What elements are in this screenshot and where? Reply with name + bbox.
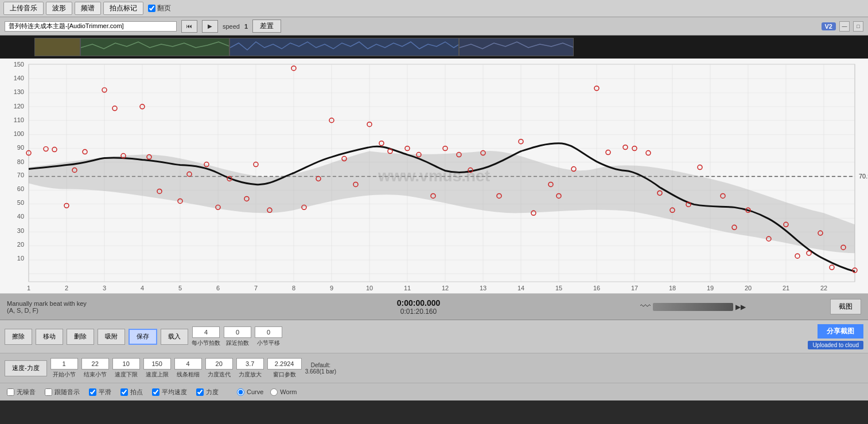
spectrum-button[interactable]: 频谱 <box>75 2 101 15</box>
waveform-segment-green[interactable] <box>80 38 229 56</box>
speed-label: speed <box>223 23 240 30</box>
svg-text:19: 19 <box>707 285 714 291</box>
no-noise-option[interactable]: 无噪音 <box>7 388 36 396</box>
svg-text:10: 10 <box>17 255 24 262</box>
speed-force-button[interactable]: 速度-力度 <box>5 360 47 376</box>
smooth-label: 平滑 <box>99 388 111 396</box>
svg-text:40: 40 <box>17 213 24 220</box>
song-title-input[interactable] <box>5 21 177 32</box>
speed-smooth-group: 20 力度迭代 <box>205 358 233 379</box>
follow-beat-option[interactable]: 跟随音示 <box>45 388 80 396</box>
move-button[interactable]: 移动 <box>36 329 63 345</box>
svg-text:13: 13 <box>480 285 486 291</box>
beat-mark-button[interactable]: 拍点标记 <box>103 2 143 15</box>
speed-value: 1 <box>244 23 248 30</box>
tail-group: 0 小节平移 <box>255 326 282 347</box>
speed-smooth-input[interactable]: 20 <box>205 358 233 369</box>
flip-checkbox-group: 翻页 <box>148 3 171 13</box>
svg-text:20: 20 <box>17 241 24 248</box>
load-button[interactable]: 载入 <box>161 329 188 345</box>
waveform-segment-yellow[interactable] <box>34 38 80 56</box>
version-badge: V2 <box>822 22 836 30</box>
svg-text:15: 15 <box>555 285 562 291</box>
line-thickness-group: 4 线条粗细 <box>174 358 202 379</box>
near-beat-group: 0 踩近拍数 <box>224 326 251 347</box>
max-force-label: 力度放大 <box>239 371 262 379</box>
flip-label: 翻页 <box>157 3 171 13</box>
share-button[interactable]: 分享截图 <box>818 324 863 339</box>
controls-row: 擦除 移动 删除 吸附 保存 载入 4 每小节拍数 0 踩近拍数 0 小节平移 … <box>0 320 868 353</box>
window-input[interactable]: 2.2924 <box>267 358 302 369</box>
speed-lower-group: 10 速度下限 <box>112 358 140 379</box>
play-button[interactable]: ▶ <box>202 20 218 33</box>
start-bar-label: 开始小节 <box>53 371 76 379</box>
follow-beat-checkbox[interactable] <box>45 388 52 396</box>
start-bar-input[interactable]: 1 <box>50 358 78 369</box>
curve-option[interactable]: Curve <box>237 388 263 396</box>
svg-text:150: 150 <box>14 61 24 68</box>
speed-upper-label: 速度上限 <box>146 371 169 379</box>
confirm-button[interactable]: 差置 <box>252 20 281 33</box>
avg-speed-option[interactable]: 平均速度 <box>152 388 187 396</box>
svg-text:7: 7 <box>254 285 258 291</box>
line-thickness-input[interactable]: 4 <box>174 358 202 369</box>
svg-text:30: 30 <box>17 227 24 234</box>
speed-lower-input[interactable]: 10 <box>112 358 140 369</box>
end-bar-input[interactable]: 22 <box>81 358 109 369</box>
svg-text:140: 140 <box>14 75 24 81</box>
svg-text:20: 20 <box>745 285 752 291</box>
beat-point-option[interactable]: 拍点 <box>120 388 143 396</box>
window-label: 窗口参数 <box>273 371 296 379</box>
curve-radio[interactable] <box>237 388 244 396</box>
max-force-input[interactable]: 3.7 <box>236 358 264 369</box>
no-noise-checkbox[interactable] <box>7 388 14 396</box>
upload-music-button[interactable]: 上传音乐 <box>3 2 44 15</box>
end-bar-label: 结束小节 <box>84 371 107 379</box>
svg-text:5: 5 <box>178 285 182 291</box>
worm-option[interactable]: Worm <box>270 388 297 396</box>
svg-text:2: 2 <box>65 285 68 291</box>
speed-upper-input[interactable]: 150 <box>143 358 171 369</box>
delete-button[interactable]: 删除 <box>67 329 94 345</box>
cut-button[interactable]: 截图 <box>830 299 861 314</box>
worm-radio[interactable] <box>270 388 278 396</box>
waveform-segment-blue[interactable] <box>229 38 459 56</box>
window-group: 2.2924 窗口参数 <box>267 358 302 379</box>
flip-checkbox[interactable] <box>148 5 155 12</box>
erase-button[interactable]: 擦除 <box>5 329 32 345</box>
svg-text:70.9: 70.9 <box>859 173 868 180</box>
maximize-button[interactable]: □ <box>853 21 863 32</box>
smooth-option[interactable]: 平滑 <box>89 388 111 396</box>
svg-text:11: 11 <box>404 285 411 291</box>
svg-text:70: 70 <box>17 172 24 179</box>
prev-button[interactable]: ⏮ <box>181 20 197 33</box>
svg-text:18: 18 <box>669 285 676 291</box>
beat-point-checkbox[interactable] <box>120 388 128 396</box>
speed-upper-group: 150 速度上限 <box>143 358 171 379</box>
waveform-mini-arrow[interactable]: ▶▶ <box>735 303 746 311</box>
near-beat-input[interactable]: 0 <box>224 326 251 338</box>
options-row: 无噪音 跟随音示 平滑 拍点 平均速度 力度 Curve Worm <box>0 383 868 400</box>
bars-per-beat-input[interactable]: 4 <box>192 326 220 338</box>
avg-speed-checkbox[interactable] <box>152 388 159 396</box>
tail-input[interactable]: 0 <box>255 326 282 338</box>
waveform-segment-blue2[interactable] <box>459 38 574 56</box>
force-option[interactable]: 力度 <box>196 388 219 396</box>
waveform-mini-bar[interactable] <box>653 303 733 311</box>
attract-button[interactable]: 吸附 <box>98 329 125 345</box>
smooth-checkbox[interactable] <box>89 388 96 396</box>
force-checkbox[interactable] <box>196 388 204 396</box>
waveform-overview[interactable] <box>0 36 868 59</box>
default-val: 3.668(1 bar) <box>305 368 336 375</box>
line-thickness-label: 线条粗细 <box>177 371 200 379</box>
follow-beat-label: 跟随音示 <box>55 388 80 396</box>
speed-lower-label: 速度下限 <box>115 371 138 379</box>
default-label: Default: <box>305 362 336 368</box>
minimize-button[interactable]: — <box>839 21 850 32</box>
waveform-track[interactable] <box>34 38 834 56</box>
waveform-button[interactable]: 波形 <box>46 2 72 15</box>
params-row: 速度-力度 1 开始小节 22 结束小节 10 速度下限 150 速度上限 4 … <box>0 353 868 383</box>
chart-area[interactable]: www.vmus.net <box>0 59 868 294</box>
end-bar-group: 22 结束小节 <box>81 358 109 379</box>
save-button[interactable]: 保存 <box>129 329 157 345</box>
